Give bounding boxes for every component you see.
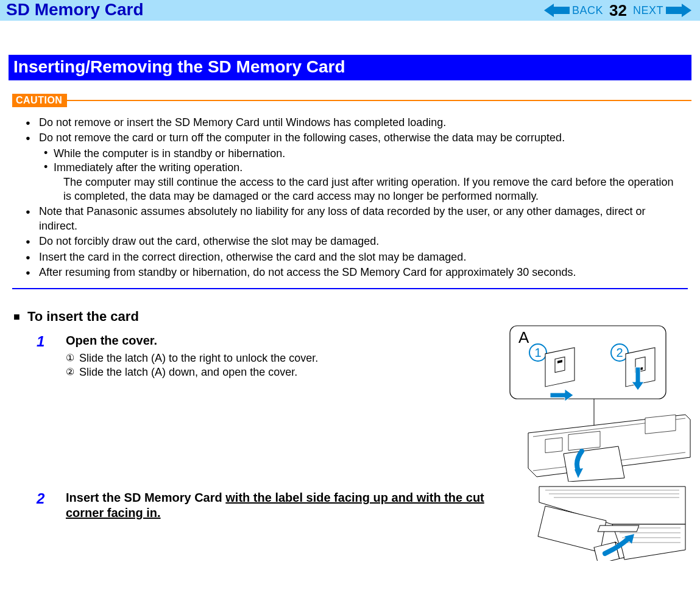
- svg-text:2: 2: [616, 346, 623, 359]
- section-title: Inserting/Removing the SD Memory Card: [9, 55, 691, 80]
- circled-number-icon: ①: [66, 352, 74, 365]
- substep-text: Slide the latch (A) to the right to unlo…: [79, 352, 318, 365]
- caution-subitem-text: Immediately after the writing operation.: [54, 161, 242, 174]
- back-arrow-icon[interactable]: [544, 4, 570, 17]
- caution-item: Insert the card in the correct direction…: [26, 250, 683, 264]
- step-1-area: 1 Open the cover. ① Slide the latch (A) …: [9, 325, 691, 482]
- label-a: A: [518, 328, 529, 346]
- caution-item: After resuming from standby or hibernati…: [26, 265, 683, 279]
- svg-marker-1: [666, 4, 691, 17]
- caution-header: CAUTION: [12, 94, 691, 107]
- caution-item: Do not remove the card or turn off the c…: [26, 131, 683, 203]
- svg-rect-18: [545, 438, 562, 453]
- caution-rule: [67, 100, 691, 101]
- caution-list: Do not remove or insert the SD Memory Ca…: [26, 116, 683, 279]
- divider: [12, 288, 688, 289]
- caution-label: CAUTION: [12, 94, 67, 107]
- caution-item-text: Do not remove the card or turn off the c…: [39, 132, 565, 144]
- next-button[interactable]: NEXT: [633, 4, 663, 17]
- caution-subitem: Immediately after the writing operation.…: [44, 161, 683, 203]
- substep: ① Slide the latch (A) to the right to un…: [66, 352, 490, 365]
- caution-subitem-continue: The computer may still continue the acce…: [63, 175, 683, 204]
- back-button[interactable]: BACK: [572, 4, 603, 17]
- nav-area: BACK 32 NEXT: [544, 0, 700, 21]
- caution-item: Do not remove or insert the SD Memory Ca…: [26, 116, 683, 130]
- caution-item: Do not forcibly draw out the card, other…: [26, 234, 683, 248]
- svg-rect-19: [568, 431, 600, 450]
- step-title: Insert the SD Memory Card with the label…: [66, 490, 490, 521]
- step-body: Open the cover. ① Slide the latch (A) to…: [66, 333, 490, 380]
- svg-rect-20: [645, 415, 676, 434]
- step-title-prefix: Insert the SD Memory Card: [66, 491, 225, 504]
- page-number: 32: [609, 1, 627, 20]
- caution-item: Note that Panasonic assumes absolutely n…: [26, 205, 683, 233]
- step-number: 1: [37, 333, 49, 380]
- next-arrow-icon[interactable]: [666, 4, 691, 17]
- svg-text:1: 1: [534, 346, 541, 359]
- substep-text: Slide the latch (A) down, and open the c…: [79, 366, 297, 379]
- subsection-heading-row: ■ To insert the card: [13, 309, 691, 325]
- step-row: 1 Open the cover. ① Slide the latch (A) …: [37, 333, 490, 380]
- step-body: Insert the SD Memory Card with the label…: [66, 490, 490, 521]
- square-bullet-icon: ■: [13, 311, 20, 323]
- top-banner: SD Memory Card BACK 32 NEXT: [0, 0, 700, 21]
- step-substeps: ① Slide the latch (A) to the right to un…: [66, 352, 490, 379]
- step-title: Open the cover.: [66, 333, 490, 348]
- svg-marker-0: [544, 4, 570, 17]
- step-row: 2 Insert the SD Memory Card with the lab…: [37, 490, 490, 521]
- step-number: 2: [37, 490, 49, 521]
- illustration-open-cover: A 1 2: [503, 325, 691, 482]
- svg-rect-33: [598, 525, 639, 532]
- page-title: SD Memory Card: [6, 0, 144, 19]
- caution-sublist: While the computer is in standby or hibe…: [44, 147, 683, 204]
- step-2-area: 2 Insert the SD Memory Card with the lab…: [9, 482, 691, 561]
- caution-subitem: While the computer is in standby or hibe…: [44, 147, 683, 161]
- substep: ② Slide the latch (A) down, and open the…: [66, 366, 490, 379]
- illustration-insert-card: [503, 482, 691, 561]
- svg-rect-8: [555, 357, 565, 372]
- content-area: Inserting/Removing the SD Memory Card CA…: [0, 21, 700, 561]
- circled-number-icon: ②: [66, 366, 74, 379]
- subsection-heading: To insert the card: [27, 309, 139, 325]
